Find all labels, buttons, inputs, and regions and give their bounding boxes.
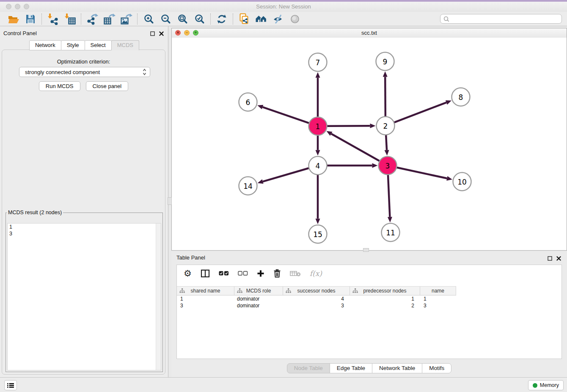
mcds-result-list[interactable]: 1 3 bbox=[7, 223, 161, 370]
delete-column-button[interactable] bbox=[273, 269, 281, 278]
fx-icon: f(x) bbox=[310, 269, 322, 278]
export-image-button[interactable] bbox=[118, 13, 135, 25]
column-label: MCDS role bbox=[246, 288, 271, 294]
cell-mcds-role: dominator bbox=[234, 295, 283, 302]
optimization-criterion-dropdown[interactable]: strongly connected component bbox=[19, 67, 150, 77]
search-field bbox=[440, 14, 562, 24]
float-table-panel-icon[interactable] bbox=[548, 255, 552, 262]
close-table-panel-icon[interactable] bbox=[556, 255, 561, 262]
mcds-result-title: MCDS result (2 nodes) bbox=[7, 210, 63, 215]
column-header-name[interactable]: name bbox=[420, 287, 456, 295]
graph-node-1[interactable]: 1 bbox=[309, 117, 327, 135]
network-canvas[interactable]: 1234678910111415 bbox=[172, 38, 567, 250]
task-history-button[interactable] bbox=[4, 380, 17, 390]
column-header-successor-nodes[interactable]: successor nodes bbox=[283, 287, 350, 295]
search-input[interactable] bbox=[451, 15, 561, 23]
plus-icon bbox=[257, 270, 264, 277]
graph-node-14[interactable]: 14 bbox=[239, 177, 257, 195]
tab-node-table[interactable]: Node Table bbox=[287, 363, 330, 373]
add-column-button[interactable] bbox=[257, 270, 264, 277]
toolbar-separator bbox=[233, 14, 233, 25]
graph-node-15[interactable]: 15 bbox=[309, 225, 327, 243]
export-network-button[interactable] bbox=[84, 13, 101, 25]
canvas-splitter-grip[interactable] bbox=[363, 248, 369, 252]
zoom-fit-button[interactable] bbox=[174, 13, 191, 25]
export-table-button[interactable] bbox=[101, 13, 118, 25]
memory-button[interactable]: Memory bbox=[528, 380, 564, 390]
column-header-mcds-role[interactable]: MCDS role bbox=[234, 287, 283, 295]
duplicate-network-button[interactable] bbox=[236, 13, 253, 25]
import-table-button[interactable] bbox=[61, 13, 78, 25]
column-label: predecessor nodes bbox=[363, 288, 406, 294]
graph-node-4[interactable]: 4 bbox=[309, 157, 327, 175]
close-panel-icon[interactable] bbox=[159, 30, 164, 38]
graph-node-8[interactable]: 8 bbox=[452, 88, 470, 106]
graph-node-9[interactable]: 9 bbox=[376, 52, 394, 71]
panel-splitter-grip[interactable] bbox=[168, 197, 172, 205]
column-header-shared-name[interactable]: shared name bbox=[177, 287, 234, 295]
tab-network-table[interactable]: Network Table bbox=[372, 363, 422, 373]
save-disk-icon bbox=[25, 14, 36, 25]
function-builder-button[interactable]: f(x) bbox=[310, 269, 322, 278]
tab-motifs[interactable]: Motifs bbox=[422, 363, 451, 373]
export-image-icon bbox=[120, 13, 132, 25]
result-line: 1 bbox=[8, 224, 161, 230]
show-graphics-eye-icon bbox=[290, 14, 300, 24]
select-all-columns-button[interactable] bbox=[219, 271, 229, 276]
table-settings-button[interactable]: ⚙ bbox=[184, 269, 192, 278]
delete-table-button[interactable] bbox=[290, 270, 301, 277]
float-panel-icon[interactable] bbox=[150, 30, 155, 38]
column-header-predecessor-nodes[interactable]: predecessor nodes bbox=[350, 287, 420, 295]
save-session-button[interactable] bbox=[22, 13, 39, 25]
export-network-icon bbox=[86, 13, 99, 25]
graph-edge-1-6 bbox=[257, 105, 309, 123]
cell-mcds-role: dominator bbox=[234, 302, 283, 309]
refresh-button[interactable] bbox=[213, 13, 230, 25]
svg-text:4: 4 bbox=[316, 162, 320, 170]
graph-node-7[interactable]: 7 bbox=[309, 53, 327, 72]
graph-node-3[interactable]: 3 bbox=[379, 157, 397, 175]
node-table-card: ⚙ bbox=[176, 265, 562, 359]
hierarchy-icon bbox=[237, 288, 242, 293]
run-mcds-button[interactable]: Run MCDS bbox=[39, 81, 80, 91]
tab-mcds[interactable]: MCDS bbox=[111, 40, 139, 50]
gear-icon: ⚙ bbox=[184, 269, 192, 278]
zoom-out-button[interactable] bbox=[157, 13, 174, 25]
column-label: successor nodes bbox=[297, 288, 335, 294]
cell-shared-name: 3 bbox=[177, 302, 234, 309]
open-session-button[interactable] bbox=[5, 13, 22, 25]
zoom-selected-icon bbox=[194, 14, 205, 24]
hide-graphics-button[interactable] bbox=[270, 13, 286, 25]
column-label: name bbox=[432, 288, 444, 294]
window-title: Session: New Session bbox=[0, 3, 567, 10]
graph-edge-3-11 bbox=[388, 174, 392, 222]
import-network-button[interactable] bbox=[44, 13, 61, 25]
graph-edge-1-7 bbox=[316, 72, 320, 117]
tab-network[interactable]: Network bbox=[29, 40, 61, 50]
window-titlebar: Session: New Session bbox=[0, 2, 567, 12]
zoom-in-button[interactable] bbox=[140, 13, 157, 25]
graph-edge-4-14 bbox=[258, 168, 309, 184]
home-layout-button[interactable] bbox=[253, 13, 270, 25]
show-graphics-button[interactable] bbox=[286, 13, 303, 25]
graph-node-2[interactable]: 2 bbox=[377, 117, 395, 135]
graph-node-6[interactable]: 6 bbox=[239, 93, 257, 111]
graph-node-10[interactable]: 10 bbox=[453, 173, 471, 191]
cell-successor-nodes: 3 bbox=[283, 302, 350, 309]
result-scrollbar[interactable] bbox=[156, 224, 161, 370]
graph-node-11[interactable]: 11 bbox=[382, 224, 400, 242]
control-panel-tabs: Network Style Select MCDS bbox=[0, 40, 168, 50]
tab-edge-table[interactable]: Edge Table bbox=[330, 363, 372, 373]
zoom-selected-button[interactable] bbox=[191, 13, 208, 25]
refresh-icon bbox=[216, 14, 227, 25]
close-panel-button[interactable]: Close panel bbox=[86, 81, 129, 91]
deselect-all-columns-button[interactable] bbox=[238, 271, 248, 276]
column-label: shared name bbox=[190, 288, 220, 294]
toggle-panes-button[interactable] bbox=[201, 269, 210, 278]
table-row[interactable]: 3 dominator 3 2 3 bbox=[177, 302, 561, 309]
mcds-result-group: MCDS result (2 nodes) 1 3 bbox=[6, 210, 163, 372]
tab-select[interactable]: Select bbox=[85, 40, 112, 50]
table-row[interactable]: 1 dominator 4 1 1 bbox=[177, 295, 561, 302]
hierarchy-icon bbox=[286, 288, 291, 293]
tab-style[interactable]: Style bbox=[61, 40, 85, 50]
